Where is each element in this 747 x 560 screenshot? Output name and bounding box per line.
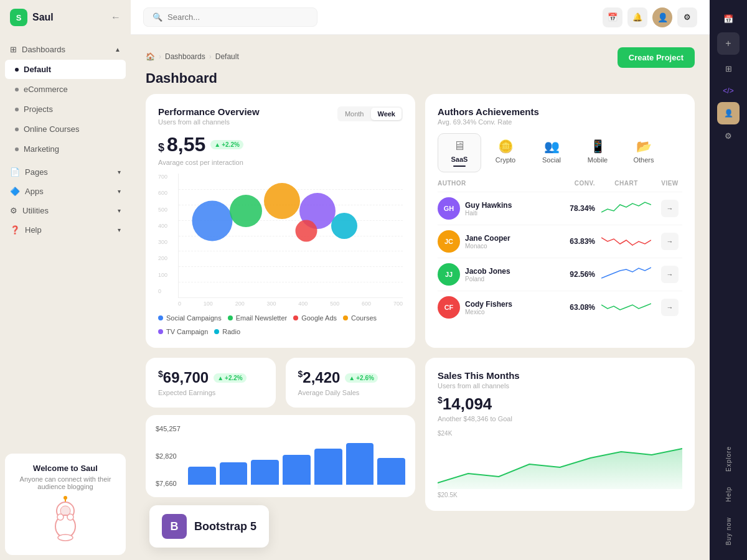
search-icon: 🔍: [153, 12, 162, 22]
sidebar-label-help: Help: [25, 225, 42, 235]
daily-sales-card: $2,420 ▲+2.6% Average Daily Sales: [286, 358, 416, 408]
help-label[interactable]: Help: [725, 479, 732, 510]
sidebar-nav: ⊞ Dashboards ▲ Default eCommerce Project…: [0, 35, 131, 449]
tab-social-label: Social: [542, 156, 561, 164]
utilities-icon: ⚙: [10, 206, 17, 215]
sales-currency: $: [438, 395, 443, 405]
main-cards-row: Performance Overview Users from all chan…: [146, 94, 695, 348]
sidebar-label-default: Default: [24, 65, 51, 74]
sidebar-item-ecommerce[interactable]: eCommerce: [5, 80, 126, 99]
svg-point-5: [58, 534, 73, 541]
bubble-5: [296, 220, 317, 241]
calendar-icon[interactable]: 📅: [603, 7, 622, 27]
sidebar-label-marketing: Marketing: [24, 144, 59, 154]
user-avatar[interactable]: 👤: [652, 7, 672, 27]
pages-icon: 📄: [10, 167, 20, 177]
sidebar-item-projects[interactable]: Projects: [5, 100, 126, 119]
tab-underline: [453, 166, 466, 167]
col-view: VIEW: [657, 180, 682, 187]
earnings-value: 69,700: [163, 369, 209, 386]
settings-right-icon[interactable]: ⚙: [717, 124, 740, 147]
tab-saas-label: SaaS: [451, 156, 468, 163]
sales-months-card: Sales This Months Users from all channel…: [425, 358, 695, 511]
grid-right-icon[interactable]: ⊞: [717, 57, 740, 80]
sales-y1: $24K: [438, 430, 452, 437]
search-box[interactable]: 🔍: [143, 7, 317, 27]
chevron-down-icon: ▾: [118, 226, 121, 233]
earnings-label: Expected Earnings: [158, 389, 263, 396]
topbar: 🔍 📅 🔔 👤 ⚙: [131, 0, 710, 35]
performance-card: Performance Overview Users from all chan…: [146, 94, 415, 348]
col-author: AUTHOR: [438, 180, 545, 187]
bar-amount-3: $45,257: [156, 425, 181, 432]
calendar-right-icon[interactable]: 📅: [717, 7, 740, 30]
notification-icon[interactable]: 🔔: [627, 7, 647, 27]
legend-courses: Courses: [351, 314, 377, 322]
time-tab-group: Month Week: [337, 106, 403, 121]
breadcrumb-dashboards[interactable]: Dashboards: [165, 52, 205, 61]
others-icon: 📂: [636, 139, 652, 154]
tab-others[interactable]: 📂 Others: [622, 133, 665, 172]
sidebar-item-utilities[interactable]: ⚙ Utilities ▾: [0, 201, 131, 220]
help-icon: ❓: [10, 225, 20, 235]
col-chart: CHART: [595, 180, 657, 187]
back-button[interactable]: ←: [111, 12, 121, 23]
legend-social: Social Campaigns: [166, 314, 222, 322]
performance-subtitle: Users from all channels: [158, 118, 260, 126]
bubble-1: [192, 200, 233, 241]
grid-icon: ⊞: [10, 45, 17, 54]
tab-week[interactable]: Week: [371, 108, 402, 120]
tab-social[interactable]: 👥 Social: [530, 133, 573, 172]
sidebar-label-dashboards: Dashboards: [22, 45, 65, 54]
sidebar-label-utilities: Utilities: [22, 206, 49, 215]
tab-crypto[interactable]: 🪙 Crypto: [484, 133, 527, 172]
app-name: Saul: [32, 12, 54, 23]
sidebar-label-projects: Projects: [24, 105, 53, 114]
create-project-button[interactable]: Create Project: [618, 47, 695, 68]
bubble-2: [230, 195, 262, 227]
tab-mobile[interactable]: 📱 Mobile: [576, 133, 619, 172]
tab-month[interactable]: Month: [339, 108, 370, 120]
bottom-stats-row: $69,700 ▲+2.2% Expected Earnings: [146, 358, 695, 511]
view-button-4[interactable]: →: [661, 299, 679, 316]
buy-now-label[interactable]: Buy now: [725, 510, 732, 553]
explore-label[interactable]: Explore: [725, 439, 732, 479]
bootstrap-icon: B: [162, 514, 187, 539]
authors-title: Authors Achievements: [438, 106, 682, 117]
home-icon[interactable]: 🏠: [146, 52, 155, 61]
sidebar-item-default[interactable]: Default: [5, 60, 126, 79]
sales-title: Sales This Months: [438, 370, 682, 381]
bar-amount-2: $2,820: [156, 452, 181, 460]
sparkline-4: [601, 299, 651, 316]
view-button-1[interactable]: →: [661, 200, 679, 217]
sales-value: 14,094: [443, 394, 492, 413]
sales-chart: [438, 439, 682, 489]
view-button-2[interactable]: →: [661, 233, 679, 250]
sidebar-label-ecommerce: eCommerce: [24, 85, 68, 94]
search-input[interactable]: [167, 12, 292, 22]
legend-tv: TV Campaign: [166, 328, 208, 335]
page-title: Dashboard: [146, 70, 695, 86]
plus-icon[interactable]: +: [717, 32, 740, 55]
tab-mobile-label: Mobile: [588, 156, 608, 164]
sidebar-item-dashboards[interactable]: ⊞ Dashboards ▲: [0, 40, 131, 59]
view-button-3[interactable]: →: [661, 266, 679, 283]
bubble-chart-container: 700 600 500 400 300 200 100 0: [158, 174, 403, 307]
sidebar-item-online-courses[interactable]: Online Courses: [5, 119, 126, 139]
sidebar-item-apps[interactable]: 🔷 Apps ▾: [0, 182, 131, 201]
sidebar-item-marketing[interactable]: Marketing: [5, 139, 126, 159]
daily-label: Average Daily Sales: [298, 389, 403, 396]
sparkline-3: [601, 266, 651, 283]
code-icon[interactable]: </>: [717, 80, 740, 102]
sidebar-item-pages[interactable]: 📄 Pages ▾: [0, 162, 131, 182]
mobile-icon: 📱: [590, 139, 606, 154]
settings-icon[interactable]: ⚙: [677, 7, 697, 27]
tab-saas[interactable]: 🖥 SaaS: [438, 133, 481, 172]
performance-title: Performance Overview: [158, 106, 260, 117]
user-right-icon[interactable]: 👤: [717, 102, 740, 124]
author-country-2: Monaco: [465, 243, 510, 250]
authors-card: Authors Achievements Avg. 69.34% Conv. R…: [425, 94, 695, 348]
sidebar: S Saul ← ⊞ Dashboards ▲ Default eCommerc…: [0, 0, 131, 560]
sidebar-item-help[interactable]: ❓ Help ▾: [0, 220, 131, 240]
nav-dot: [15, 128, 19, 131]
